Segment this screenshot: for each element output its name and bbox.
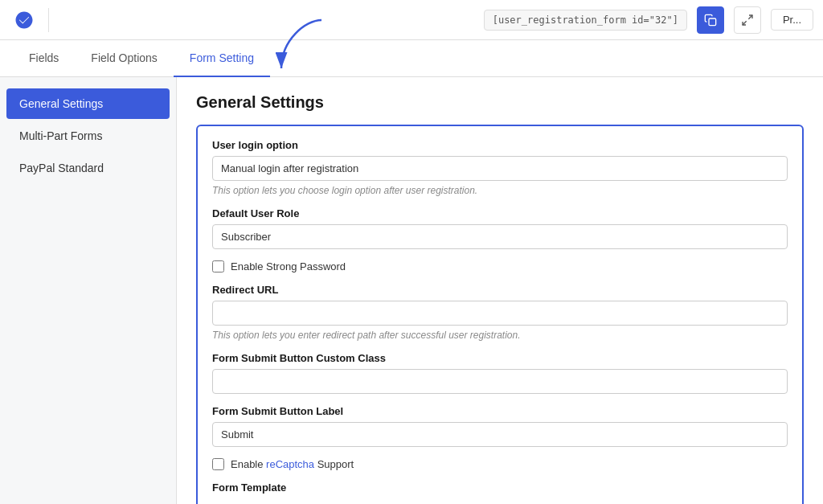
sidebar-item-general-settings[interactable]: General Settings: [6, 88, 170, 119]
enable-recaptcha-checkbox[interactable]: [212, 458, 224, 470]
sidebar-item-multi-part-forms[interactable]: Multi-Part Forms: [6, 121, 170, 151]
redirect-url-label: Redirect URL: [212, 284, 788, 296]
tab-form-setting[interactable]: Form Setting: [174, 40, 270, 77]
top-bar: [user_registration_form id="32"] Pr...: [0, 0, 823, 40]
form-template-group: Form Template: [212, 481, 788, 494]
shortcode-display: [user_registration_form id="32"]: [484, 10, 687, 31]
expand-button[interactable]: [734, 6, 761, 34]
redirect-url-hint: This option lets you enter redirect path…: [212, 330, 788, 341]
settings-form-box: User login option This option lets you c…: [196, 125, 804, 504]
default-user-role-group: Default User Role: [212, 207, 788, 249]
sidebar-item-paypal-standard[interactable]: PayPal Standard: [6, 153, 170, 183]
enable-strong-password-label: Enable Strong Password: [231, 260, 346, 272]
preview-button[interactable]: Pr...: [771, 9, 813, 31]
default-user-role-label: Default User Role: [212, 207, 788, 219]
enable-recaptcha-label: Enable reCaptcha Support: [231, 458, 354, 470]
app-logo: [10, 6, 39, 35]
form-template-label: Form Template: [212, 481, 788, 494]
content-panel: General Settings User login option This …: [177, 77, 823, 504]
submit-button-label-group: Form Submit Button Label: [212, 405, 788, 447]
user-login-option-hint: This option lets you choose login option…: [212, 185, 788, 196]
user-login-option-input[interactable]: [212, 156, 788, 181]
top-bar-divider: [48, 8, 49, 32]
default-user-role-input[interactable]: [212, 224, 788, 249]
submit-button-label-label: Form Submit Button Label: [212, 405, 788, 417]
recaptcha-link[interactable]: reCaptcha: [266, 458, 314, 470]
tab-field-options[interactable]: Field Options: [75, 40, 173, 77]
main-content: General Settings Multi-Part Forms PayPal…: [0, 77, 823, 504]
enable-strong-password-checkbox[interactable]: [212, 260, 224, 272]
svg-line-1: [748, 15, 752, 19]
enable-strong-password-group: Enable Strong Password: [212, 260, 788, 272]
tab-bar: Fields Field Options Form Setting: [0, 40, 823, 77]
page-title: General Settings: [196, 93, 804, 112]
user-login-option-group: User login option This option lets you c…: [212, 139, 788, 196]
enable-recaptcha-group: Enable reCaptcha Support: [212, 458, 788, 470]
submit-button-label-input[interactable]: [212, 422, 788, 447]
tab-fields[interactable]: Fields: [13, 40, 75, 77]
user-login-option-label: User login option: [212, 139, 788, 151]
redirect-url-input[interactable]: [212, 301, 788, 326]
copy-shortcode-button[interactable]: [697, 6, 724, 34]
svg-line-2: [743, 21, 747, 25]
sidebar: General Settings Multi-Part Forms PayPal…: [0, 77, 177, 504]
redirect-url-group: Redirect URL This option lets you enter …: [212, 284, 788, 341]
submit-button-class-label: Form Submit Button Custom Class: [212, 352, 788, 364]
submit-button-class-input[interactable]: [212, 369, 788, 394]
submit-button-class-group: Form Submit Button Custom Class: [212, 352, 788, 394]
svg-rect-0: [709, 18, 716, 26]
